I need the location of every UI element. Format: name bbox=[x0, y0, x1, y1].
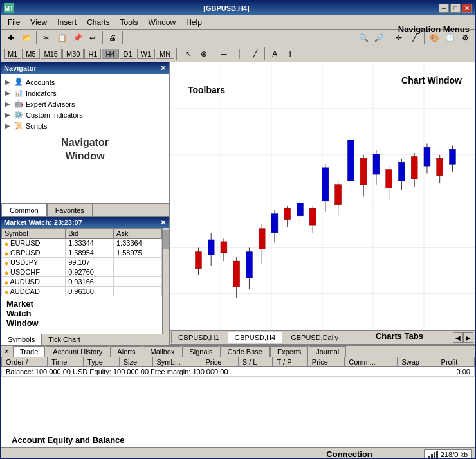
ci-icon: ⚙️ bbox=[14, 111, 23, 119]
chart-nav-left[interactable]: ◀ bbox=[453, 332, 463, 343]
signal-strength-icon bbox=[428, 451, 438, 458]
zoom-in-btn[interactable]: 🔍 bbox=[356, 31, 371, 45]
tf-m30[interactable]: M30 bbox=[62, 49, 84, 59]
vline-tool[interactable]: │ bbox=[232, 47, 246, 61]
mw-row-usdchf[interactable]: ◆ USDCHF 0.92760 bbox=[2, 267, 162, 277]
mw-audcad-symbol: ◆ AUDCAD bbox=[2, 287, 66, 296]
market-watch-scrollbar[interactable] bbox=[162, 228, 169, 334]
term-col-price: Price bbox=[201, 357, 238, 367]
mw-tab-symbols[interactable]: Symbols bbox=[1, 334, 42, 345]
nav-menus-label: Navigation Menus bbox=[398, 24, 470, 34]
svg-rect-49 bbox=[437, 159, 443, 176]
tf-w1[interactable]: W1 bbox=[137, 49, 156, 59]
mw-row-eurusd[interactable]: ◆ EURUSD 1.33344 1.33364 bbox=[2, 239, 162, 248]
navigator-title: Navigator bbox=[4, 64, 37, 72]
mw-audcad-bid: 0.96180 bbox=[66, 287, 114, 296]
terminal-tab-trade[interactable]: Trade bbox=[13, 346, 45, 357]
scripts-expand: ▶ bbox=[5, 122, 12, 129]
mw-row-usdjpy[interactable]: ◆ USDJPY 99.107 bbox=[2, 258, 162, 267]
undo-btn[interactable]: ↩ bbox=[86, 31, 100, 45]
menu-window[interactable]: Window bbox=[143, 16, 181, 29]
tf-h4[interactable]: H4 bbox=[102, 49, 118, 59]
term-col-time: Time bbox=[48, 357, 84, 367]
trend-tool[interactable]: ╱ bbox=[248, 47, 262, 61]
tf-d1[interactable]: D1 bbox=[120, 49, 136, 59]
menu-file[interactable]: File bbox=[3, 16, 25, 29]
nav-custom-indicators[interactable]: ▶ ⚙️ Custom Indicators bbox=[4, 109, 166, 120]
toolbar-sep-1 bbox=[36, 32, 37, 44]
menu-insert[interactable]: Insert bbox=[52, 16, 82, 29]
main-window: MT [GBPUSD,H4] ─ □ ✕ File View Insert Ch… bbox=[0, 0, 476, 459]
minimize-button[interactable]: ─ bbox=[439, 4, 449, 13]
terminal-tab-codebase[interactable]: Code Base bbox=[220, 346, 269, 357]
paste-btn[interactable]: 📌 bbox=[70, 31, 84, 45]
window-title: [GBPUSD,H4] bbox=[14, 4, 439, 12]
right-area: Chart Window GBPUSD,H1 GBPUSD,H4 GBPUSD,… bbox=[170, 62, 475, 345]
market-watch-close[interactable]: ✕ bbox=[160, 219, 166, 227]
indicators-icon: 📊 bbox=[14, 89, 23, 97]
terminal-tab-experts[interactable]: Experts bbox=[270, 346, 308, 357]
nav-scripts[interactable]: ▶ 📜 Scripts bbox=[4, 120, 166, 131]
connection-annotation: Connection bbox=[326, 449, 372, 459]
new-chart-btn[interactable]: ✚ bbox=[4, 31, 18, 45]
menu-view[interactable]: View bbox=[25, 16, 52, 29]
print-btn[interactable]: 🖨 bbox=[105, 31, 120, 45]
terminal-tab-account[interactable]: Account History bbox=[46, 346, 109, 357]
close-button[interactable]: ✕ bbox=[462, 4, 472, 13]
terminal-tabs: Trade Account History Alerts Mailbox Sig… bbox=[13, 346, 347, 357]
chart-nav-right[interactable]: ▶ bbox=[463, 332, 473, 343]
crosshair-tool[interactable]: ⊕ bbox=[197, 47, 211, 61]
zoom-out-btn[interactable]: 🔎 bbox=[372, 31, 386, 45]
mw-row-gbpusd[interactable]: ◆ GBPUSD 1.58954 1.58975 bbox=[2, 248, 162, 258]
svg-rect-47 bbox=[424, 147, 430, 166]
mw-gbpusd-symbol: ◆ GBPUSD bbox=[2, 248, 66, 258]
navigator-annotation: NavigatorWindow bbox=[4, 131, 166, 168]
mw-eurusd-bid: 1.33344 bbox=[66, 239, 114, 248]
copy-btn[interactable]: 📋 bbox=[55, 31, 69, 45]
nav-tab-favorites[interactable]: Favorites bbox=[47, 204, 93, 216]
nav-indicators[interactable]: ▶ 📊 Indicators bbox=[4, 87, 166, 98]
hline-tool[interactable]: ─ bbox=[217, 47, 231, 61]
terminal-close-btn[interactable]: ✕ bbox=[4, 348, 9, 355]
tool-sep-2 bbox=[264, 47, 265, 60]
menu-charts[interactable]: Charts bbox=[82, 16, 114, 29]
open-btn[interactable]: 📂 bbox=[19, 31, 33, 45]
text-t-btn[interactable]: T bbox=[283, 47, 297, 61]
tf-h1[interactable]: H1 bbox=[84, 49, 101, 59]
mw-usdchf-ask bbox=[114, 267, 162, 277]
text-a-btn[interactable]: A bbox=[268, 47, 282, 61]
mw-row-audcad[interactable]: ◆ AUDCAD 0.96180 bbox=[2, 287, 162, 296]
term-col-profit: Profit bbox=[437, 357, 474, 367]
menu-help[interactable]: Help bbox=[181, 16, 207, 29]
maximize-button[interactable]: □ bbox=[450, 4, 461, 13]
tf-m5[interactable]: M5 bbox=[22, 49, 39, 59]
nav-tab-common[interactable]: Common bbox=[1, 204, 47, 216]
terminal-tab-alerts[interactable]: Alerts bbox=[110, 346, 142, 357]
terminal-tab-signals[interactable]: Signals bbox=[182, 346, 219, 357]
mw-tab-tick[interactable]: Tick Chart bbox=[42, 334, 87, 345]
nav-accounts[interactable]: ▶ 👤 Accounts bbox=[4, 76, 166, 87]
tf-m15[interactable]: M15 bbox=[41, 49, 62, 59]
chart-tab-daily[interactable]: GBPUSD,Daily bbox=[284, 332, 345, 343]
navigator-close[interactable]: ✕ bbox=[160, 64, 166, 73]
terminal-tab-mailbox[interactable]: Mailbox bbox=[143, 346, 181, 357]
arrow-tool[interactable]: ↖ bbox=[181, 47, 196, 61]
mw-row-audusd[interactable]: ◆ AUDUSD 0.93166 bbox=[2, 277, 162, 287]
terminal-tab-journal[interactable]: Journal bbox=[309, 346, 346, 357]
mw-audusd-symbol: ◆ AUDUSD bbox=[2, 277, 66, 287]
term-col-order: Order / bbox=[2, 357, 48, 367]
nav-expert-advisors[interactable]: ▶ 🤖 Expert Advisors bbox=[4, 98, 166, 109]
chart-window-annotation: Chart Window bbox=[401, 75, 462, 86]
mw-col-ask: Ask bbox=[114, 229, 162, 239]
svg-rect-35 bbox=[348, 140, 354, 181]
toolbar-sep-4 bbox=[389, 31, 389, 44]
tf-mn[interactable]: MN bbox=[156, 49, 174, 59]
tf-m1[interactable]: M1 bbox=[4, 49, 21, 59]
cut-btn[interactable]: ✂ bbox=[39, 31, 53, 45]
navigator-tree: ▶ 👤 Accounts ▶ 📊 Indicators ▶ 🤖 E bbox=[1, 74, 169, 203]
ea-expand: ▶ bbox=[5, 100, 12, 107]
menu-tools[interactable]: Tools bbox=[115, 16, 143, 29]
chart-tab-h1[interactable]: GBPUSD,H1 bbox=[171, 332, 226, 343]
mw-gbpusd-bid: 1.58954 bbox=[66, 248, 114, 258]
chart-tab-h4[interactable]: GBPUSD,H4 bbox=[228, 332, 283, 343]
